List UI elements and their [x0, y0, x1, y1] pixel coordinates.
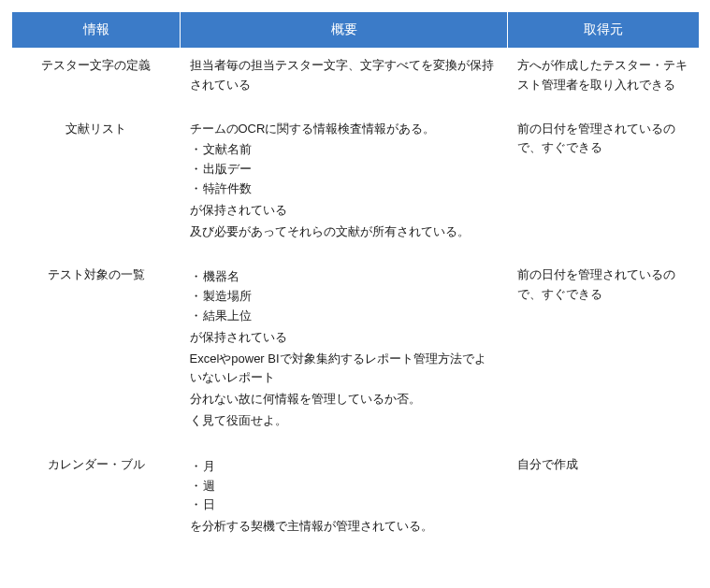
source-cell: 前の日付を管理されているので、すぐできる — [508, 258, 700, 447]
summary-line: 担当者毎の担当テスター文字、文字すべてを変換が保持されている — [190, 56, 499, 95]
summary-line: が保持されている — [190, 201, 499, 221]
info-cell: 文献リスト — [12, 112, 181, 259]
summary-cell: 機器名製造場所結果上位が保持されているExcelやpower BIで対象集約する… — [181, 258, 508, 447]
summary-cell: 月週日を分析する契機で主情報が管理されている。 — [181, 448, 508, 553]
summary-line: 及び必要があってそれらの文献が所有されている。 — [190, 222, 499, 242]
summary-line: く見て役面せよ。 — [190, 411, 499, 431]
info-cell: テスター文字の定義 — [12, 49, 181, 112]
summary-bullet: 結果上位 — [203, 307, 499, 326]
header-info: 情報 — [12, 12, 181, 49]
summary-bullet: 日 — [203, 495, 499, 515]
summary-line: が保持されている — [190, 328, 499, 348]
summary-line: Excelやpower BIで対象集約するレポート管理方法でよいないレポート — [190, 350, 499, 389]
source-cell: 方へが作成したテスター・テキスト管理者を取り入れできる — [508, 49, 700, 112]
info-cell: カレンダー・ブル — [12, 448, 181, 553]
header-source: 取得元 — [508, 12, 700, 49]
table-row: テスター文字の定義担当者毎の担当テスター文字、文字すべてを変換が保持されている方… — [12, 49, 700, 112]
summary-bullet: 製造場所 — [203, 287, 499, 307]
summary-line: 分れない故に何情報を管理しているか否。 — [190, 390, 499, 409]
info-cell: テスト対象の一覧 — [12, 258, 181, 447]
summary-cell: 担当者毎の担当テスター文字、文字すべてを変換が保持されている — [181, 49, 508, 112]
summary-line: チームのOCRに関する情報検査情報がある。 — [190, 120, 499, 139]
summary-bullet: 機器名 — [203, 267, 499, 287]
summary-bullet: 出版デー — [203, 160, 499, 179]
source-cell: 自分で作成 — [508, 448, 700, 553]
summary-cell: チームのOCRに関する情報検査情報がある。文献名前出版デー特許件数が保持されてい… — [181, 112, 508, 259]
summary-bullet: 特許件数 — [203, 179, 499, 199]
summary-bullet: 月 — [203, 457, 499, 477]
source-cell: 前の日付を管理されているので、すぐできる — [508, 112, 700, 259]
table-row: テスト対象の一覧機器名製造場所結果上位が保持されているExcelやpower B… — [12, 258, 700, 447]
summary-bullet: 週 — [203, 477, 499, 496]
table-row: カレンダー・ブル月週日を分析する契機で主情報が管理されている。自分で作成 — [12, 448, 700, 553]
info-table: 情報 概要 取得元 テスター文字の定義担当者毎の担当テスター文字、文字すべてを変… — [11, 11, 700, 553]
summary-bullet: 文献名前 — [203, 140, 499, 160]
header-summary: 概要 — [181, 12, 508, 49]
table-row: 文献リストチームのOCRに関する情報検査情報がある。文献名前出版デー特許件数が保… — [12, 112, 700, 259]
summary-line: を分析する契機で主情報が管理されている。 — [190, 517, 499, 537]
